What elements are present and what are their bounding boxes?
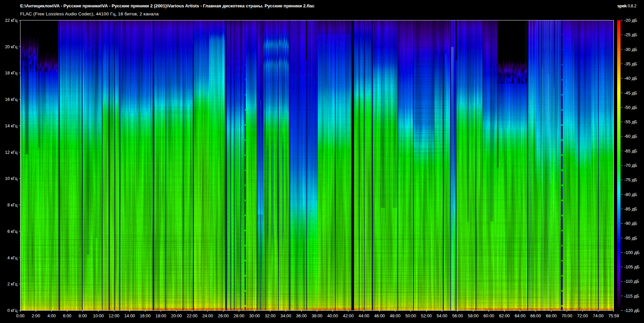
svg-text:-100 дБ: -100 дБ (624, 250, 640, 255)
svg-text:4 кГц: 4 кГц (7, 256, 17, 260)
svg-text:40:00: 40:00 (327, 313, 338, 318)
svg-text:18:00: 18:00 (156, 313, 166, 318)
svg-text:20 кГц: 20 кГц (5, 45, 17, 49)
svg-text:-55 дБ: -55 дБ (624, 119, 637, 124)
svg-text:50:00: 50:00 (406, 313, 416, 318)
svg-text:10:00: 10:00 (93, 313, 104, 318)
svg-text:-45 дБ: -45 дБ (624, 90, 637, 95)
svg-text:4:00: 4:00 (47, 313, 56, 318)
svg-text:72:00: 72:00 (577, 313, 588, 318)
svg-text:42:00: 42:00 (343, 313, 354, 318)
svg-text:-95 дБ: -95 дБ (624, 236, 637, 241)
svg-text:34:00: 34:00 (280, 313, 291, 318)
svg-text:36:00: 36:00 (296, 313, 307, 318)
svg-text:-40 дБ: -40 дБ (624, 76, 637, 81)
svg-text:14:00: 14:00 (124, 313, 135, 318)
svg-text:70:00: 70:00 (561, 313, 572, 318)
svg-text:64:00: 64:00 (515, 313, 525, 318)
svg-text:-60 дБ: -60 дБ (624, 134, 637, 139)
svg-text:8:00: 8:00 (78, 313, 87, 318)
svg-text:52:00: 52:00 (421, 313, 432, 318)
svg-text:-65 дБ: -65 дБ (624, 148, 637, 153)
svg-text:-20 дБ: -20 дБ (624, 18, 637, 23)
svg-text:54:00: 54:00 (437, 313, 447, 318)
svg-text:2:00: 2:00 (32, 313, 40, 318)
svg-text:26:00: 26:00 (218, 313, 229, 318)
svg-text:-90 дБ: -90 дБ (624, 221, 637, 226)
svg-text:-30 дБ: -30 дБ (624, 47, 637, 52)
svg-text:44:00: 44:00 (359, 313, 369, 318)
svg-text:60:00: 60:00 (483, 313, 494, 318)
svg-text:spek 0.8.2: spek 0.8.2 (617, 3, 636, 8)
svg-text:-105 дБ: -105 дБ (624, 264, 640, 269)
svg-text:-50 дБ: -50 дБ (624, 105, 637, 110)
svg-text:46:00: 46:00 (374, 313, 385, 318)
svg-text:68:00: 68:00 (546, 313, 557, 318)
svg-text:6 кГц: 6 кГц (7, 229, 17, 234)
svg-text:58:00: 58:00 (468, 313, 479, 318)
svg-text:56:00: 56:00 (452, 313, 463, 318)
svg-text:-70 дБ: -70 дБ (624, 163, 637, 168)
svg-text:E:\Антициклон\VA - Русские пря: E:\Антициклон\VA - Русские пряники\VA - … (20, 3, 315, 8)
svg-text:22 кГц: 22 кГц (5, 18, 17, 23)
svg-text:30:00: 30:00 (249, 313, 260, 318)
svg-text:62:00: 62:00 (499, 313, 510, 318)
svg-text:22:00: 22:00 (187, 313, 198, 318)
svg-text:75:59: 75:59 (608, 313, 619, 318)
svg-text:66:00: 66:00 (530, 313, 541, 318)
svg-text:18 кГц: 18 кГц (5, 71, 17, 75)
svg-text:16:00: 16:00 (140, 313, 151, 318)
svg-text:20:00: 20:00 (171, 313, 182, 318)
svg-text:-80 дБ: -80 дБ (624, 192, 637, 197)
svg-text:24:00: 24:00 (202, 313, 213, 318)
svg-text:12 кГц: 12 кГц (5, 150, 17, 155)
svg-text:74:00: 74:00 (593, 313, 603, 318)
svg-text:10 кГц: 10 кГц (5, 176, 17, 181)
svg-text:FLAC (Free Lossless Audio Code: FLAC (Free Lossless Audio Codec), 44100 … (20, 11, 159, 16)
svg-text:16 кГц: 16 кГц (5, 97, 17, 102)
svg-text:48:00: 48:00 (390, 313, 400, 318)
svg-text:6:00: 6:00 (63, 313, 71, 318)
svg-text:38:00: 38:00 (312, 313, 322, 318)
svg-text:-25 дБ: -25 дБ (624, 32, 637, 37)
svg-text:14 кГц: 14 кГц (5, 124, 17, 128)
svg-text:-115 дБ: -115 дБ (624, 294, 639, 299)
svg-text:0 кГц: 0 кГц (7, 308, 17, 313)
svg-text:0:00: 0:00 (16, 313, 24, 318)
svg-text:-110 дБ: -110 дБ (624, 279, 639, 284)
svg-text:-35 дБ: -35 дБ (624, 61, 637, 66)
svg-text:28:00: 28:00 (233, 313, 244, 318)
svg-text:2 кГц: 2 кГц (7, 282, 17, 286)
svg-text:-85 дБ: -85 дБ (624, 206, 637, 211)
svg-text:12:00: 12:00 (109, 313, 119, 318)
svg-text:32:00: 32:00 (265, 313, 275, 318)
svg-text:-120 дБ: -120 дБ (624, 308, 640, 313)
svg-text:8 кГц: 8 кГц (7, 203, 17, 207)
svg-text:-75 дБ: -75 дБ (624, 177, 637, 182)
